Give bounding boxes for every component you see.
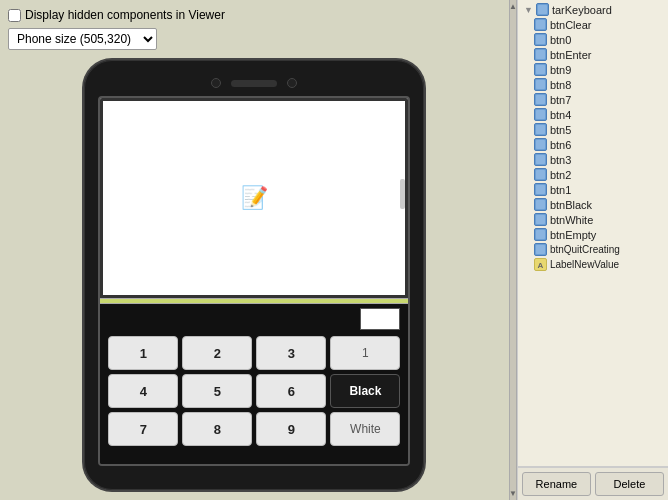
left-panel: Display hidden components in Viewer Phon… <box>0 0 509 500</box>
expand-arrow-icon: ▼ <box>524 5 534 15</box>
key-4[interactable]: 4 <box>108 374 178 408</box>
key-3[interactable]: 3 <box>256 336 326 370</box>
label-btnEmpty: btnEmpty <box>550 229 596 241</box>
bottom-buttons: Rename Delete <box>518 467 668 500</box>
key-7[interactable]: 7 <box>108 412 178 446</box>
scroll-up-arrow[interactable]: ▲ <box>509 2 517 11</box>
btn-icon-btn5 <box>534 123 547 136</box>
label-btn7: btn7 <box>550 94 571 106</box>
label-btn5: btn5 <box>550 124 571 136</box>
speaker-icon <box>231 80 277 87</box>
keyboard-input-row <box>104 308 404 330</box>
screen-top: 📝 <box>100 98 408 298</box>
label-btnBlack: btnBlack <box>550 199 592 211</box>
btn-icon-btnClear <box>534 18 547 31</box>
tree-item-btnEmpty[interactable]: btnEmpty <box>518 227 668 242</box>
label-labelNewValue: LabelNewValue <box>550 259 619 270</box>
tree-item-btn3[interactable]: btn3 <box>518 152 668 167</box>
delete-button[interactable]: Delete <box>595 472 664 496</box>
tree-item-btn1[interactable]: btn1 <box>518 182 668 197</box>
label-btn3: btn3 <box>550 154 571 166</box>
tree-item-btn7[interactable]: btn7 <box>518 92 668 107</box>
tree-item-btnQuitCreating[interactable]: btnQuitCreating <box>518 242 668 257</box>
btn-icon-btnBlack <box>534 198 547 211</box>
btn-icon-btn1 <box>534 183 547 196</box>
screen-top-inner: 📝 <box>103 101 405 295</box>
key-2[interactable]: 2 <box>182 336 252 370</box>
btn-icon-btn8 <box>534 78 547 91</box>
label-btnEnter: btnEnter <box>550 49 592 61</box>
label-btn8: btn8 <box>550 79 571 91</box>
label-btn4: btn4 <box>550 109 571 121</box>
key-black[interactable]: Black <box>330 374 400 408</box>
root-component-icon <box>536 3 549 16</box>
key-5[interactable]: 5 <box>182 374 252 408</box>
root-item-label: tarKeyboard <box>552 4 612 16</box>
btn-icon-btn4 <box>534 108 547 121</box>
key-white[interactable]: White <box>330 412 400 446</box>
label-btnWhite: btnWhite <box>550 214 593 226</box>
middle-scrollbar[interactable]: ▲ ▼ <box>509 0 517 500</box>
hidden-components-checkbox[interactable] <box>8 9 21 22</box>
tree-root-item[interactable]: ▼ tarKeyboard <box>518 2 668 17</box>
key-1[interactable]: 1 <box>108 336 178 370</box>
label-btn9: btn9 <box>550 64 571 76</box>
btn-icon-btnQuitCreating <box>534 243 547 256</box>
tree-item-labelNewValue[interactable]: A LabelNewValue <box>518 257 668 272</box>
scroll-indicator <box>400 179 405 209</box>
key-empty[interactable]: 1 <box>330 336 400 370</box>
phone-screen: 📝 1 2 3 1 4 <box>98 96 410 466</box>
btn-icon-btn9 <box>534 63 547 76</box>
key-8[interactable]: 8 <box>182 412 252 446</box>
tree-item-btnWhite[interactable]: btnWhite <box>518 212 668 227</box>
tree-item-btn0[interactable]: btn0 <box>518 32 668 47</box>
label-btn6: btn6 <box>550 139 571 151</box>
label-btn0: btn0 <box>550 34 571 46</box>
tree-item-btn8[interactable]: btn8 <box>518 77 668 92</box>
phone-size-select[interactable]: Phone size (505,320) Tablet size (1024,7… <box>8 28 157 50</box>
btn-icon-btn2 <box>534 168 547 181</box>
tree-item-btn2[interactable]: btn2 <box>518 167 668 182</box>
right-panel: ▼ tarKeyboard btnClear btn0 btnEnter btn… <box>517 0 668 500</box>
label-btn1: btn1 <box>550 184 571 196</box>
tree-item-btnBlack[interactable]: btnBlack <box>518 197 668 212</box>
rename-button[interactable]: Rename <box>522 472 591 496</box>
label-icon-labelNewValue: A <box>534 258 547 271</box>
front-camera-icon <box>211 78 221 88</box>
label-btnClear: btnClear <box>550 19 592 31</box>
btn-icon-btn6 <box>534 138 547 151</box>
key-9[interactable]: 9 <box>256 412 326 446</box>
size-select-row: Phone size (505,320) Tablet size (1024,7… <box>8 28 501 50</box>
keyboard-area: 1 2 3 1 4 5 6 Black 7 8 9 White <box>100 304 408 464</box>
edit-icon: 📝 <box>241 185 268 211</box>
scroll-down-arrow[interactable]: ▼ <box>509 489 517 498</box>
label-btnQuitCreating: btnQuitCreating <box>550 244 620 255</box>
tree-item-btnClear[interactable]: btnClear <box>518 17 668 32</box>
btn-icon-btnEnter <box>534 48 547 61</box>
tree-item-btn6[interactable]: btn6 <box>518 137 668 152</box>
component-tree: ▼ tarKeyboard btnClear btn0 btnEnter btn… <box>518 0 668 466</box>
btn-icon-btnWhite <box>534 213 547 226</box>
btn-icon-btn0 <box>534 33 547 46</box>
tree-item-btnEnter[interactable]: btnEnter <box>518 47 668 62</box>
phone-container: 📝 1 2 3 1 4 <box>8 60 501 492</box>
sensor-icon <box>287 78 297 88</box>
tree-item-btn4[interactable]: btn4 <box>518 107 668 122</box>
phone-mockup: 📝 1 2 3 1 4 <box>84 60 424 490</box>
tree-item-btn5[interactable]: btn5 <box>518 122 668 137</box>
hidden-components-label: Display hidden components in Viewer <box>25 8 225 22</box>
tree-item-btn9[interactable]: btn9 <box>518 62 668 77</box>
numpad: 1 2 3 1 4 5 6 Black 7 8 9 White <box>104 334 404 448</box>
keyboard-input-field <box>360 308 400 330</box>
label-btn2: btn2 <box>550 169 571 181</box>
hidden-components-row: Display hidden components in Viewer <box>8 8 501 22</box>
btn-icon-btn7 <box>534 93 547 106</box>
btn-icon-btn3 <box>534 153 547 166</box>
btn-icon-btnEmpty <box>534 228 547 241</box>
key-6[interactable]: 6 <box>256 374 326 408</box>
